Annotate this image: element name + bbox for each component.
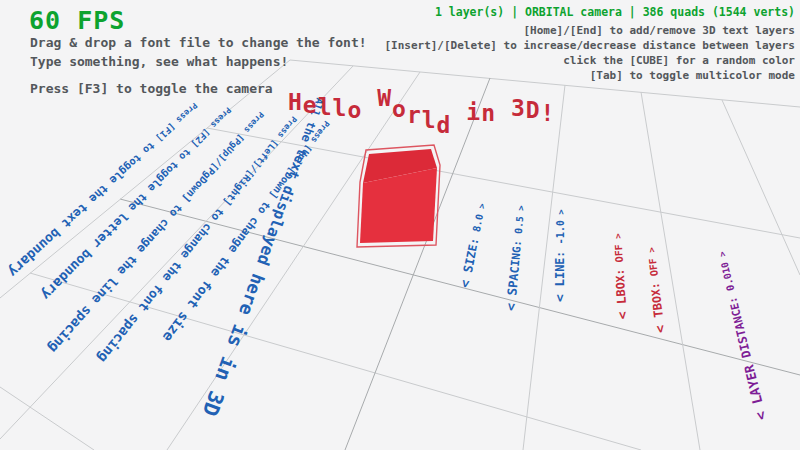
- hud-left-instructions: Drag & drop a font file to change the fo…: [30, 33, 367, 98]
- hud-type-hint: Type something, see what happens!: [30, 52, 367, 71]
- hud-layers-hint: [Home]/[End] to add/remove 3D text layer…: [384, 23, 795, 38]
- hud-gap: [30, 71, 367, 79]
- hud-distance-hint: [Insert]/[Delete] to increase/decrease d…: [384, 38, 795, 53]
- hud-right-instructions: 1 layer(s) | ORBITAL camera | 386 quads …: [384, 5, 795, 83]
- fps-counter: 60 FPS: [29, 6, 125, 35]
- hud-cube-hint: click the [CUBE] for a random color: [384, 53, 795, 68]
- app-window: Press [F1] to toggle the text boundaryPr…: [0, 0, 800, 450]
- hud-drag-drop-hint: Drag & drop a font file to change the fo…: [30, 33, 367, 52]
- hud-camera-hint: Press [F3] to toggle the camera: [30, 79, 367, 98]
- hud-multicolor-hint: [Tab] to toggle multicolor mode: [384, 68, 795, 83]
- status-line: 1 layer(s) | ORBITAL camera | 386 quads …: [384, 5, 795, 20]
- cube[interactable]: [357, 145, 440, 247]
